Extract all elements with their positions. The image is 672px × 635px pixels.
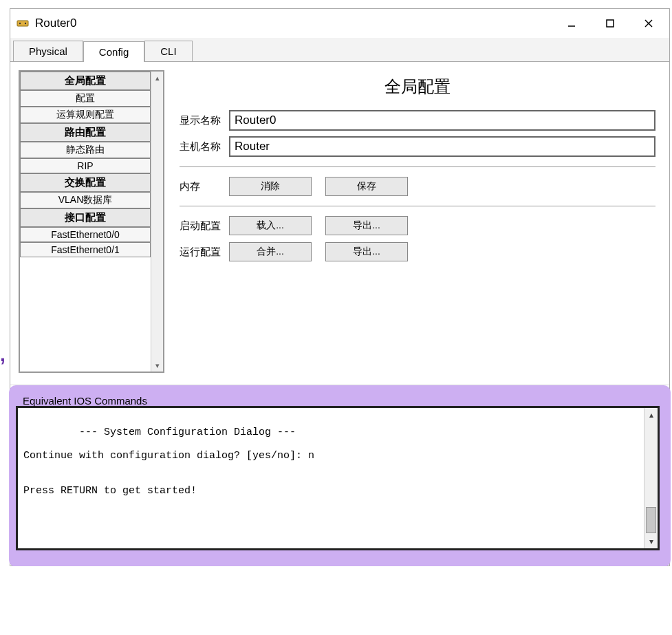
tab-physical[interactable]: Physical xyxy=(13,41,83,61)
scroll-down-icon[interactable]: ▾ xyxy=(151,359,163,372)
startup-load-button[interactable]: 载入... xyxy=(229,216,312,235)
window-title: Router0 xyxy=(35,17,561,30)
sidebar-item-settings[interactable]: 配置 xyxy=(20,90,151,107)
annotation-mark: , xyxy=(0,344,6,366)
titlebar: Router0 xyxy=(10,9,669,38)
running-label: 运行配置 xyxy=(180,246,229,259)
running-export-button[interactable]: 导出... xyxy=(325,242,408,261)
tab-config[interactable]: Config xyxy=(83,41,144,62)
main-panel: 全局配置 显示名称 主机名称 内存 消除 保存 启动配置 载入... 导出... xyxy=(174,70,661,268)
svg-point-1 xyxy=(19,23,21,24)
window-controls xyxy=(561,12,660,34)
scroll-up-icon[interactable]: ▴ xyxy=(644,408,658,422)
sidebar-item-fe00[interactable]: FastEthernet0/0 xyxy=(20,227,151,242)
scrollbar-thumb[interactable] xyxy=(646,507,656,533)
svg-point-2 xyxy=(25,23,26,24)
sidebar-header-global: 全局配置 xyxy=(20,72,151,90)
window: Router0 Physical Config CLI 全局配置 配置 运算规则… xyxy=(10,8,670,566)
memory-save-button[interactable]: 保存 xyxy=(325,177,408,196)
host-name-input[interactable] xyxy=(229,136,655,157)
ios-legend: Equivalent IOS Commands xyxy=(20,395,150,407)
divider xyxy=(180,166,655,167)
tabbar: Physical Config CLI xyxy=(10,38,669,62)
sidebar-item-static[interactable]: 静态路由 xyxy=(20,142,151,158)
ios-commands-box: --- System Configuration Dialog --- Cont… xyxy=(16,406,660,550)
sidebar-item-vlan[interactable]: VLAN数据库 xyxy=(20,192,151,208)
sidebar-header-switching: 交换配置 xyxy=(20,173,151,192)
sidebar-item-fe01[interactable]: FastEthernet0/1 xyxy=(20,242,151,257)
display-name-input[interactable] xyxy=(229,110,655,131)
ios-scrollbar[interactable]: ▴ ▾ xyxy=(644,408,658,548)
running-merge-button[interactable]: 合并... xyxy=(229,242,312,261)
sidebar-header-routing: 路由配置 xyxy=(20,123,151,142)
tab-cli[interactable]: CLI xyxy=(144,41,192,61)
highlighted-region: Equivalent IOS Commands --- System Confi… xyxy=(9,385,671,566)
svg-rect-4 xyxy=(607,20,614,27)
memory-label: 内存 xyxy=(180,180,229,193)
maximize-button[interactable] xyxy=(599,12,621,34)
panel-heading: 全局配置 xyxy=(180,76,655,98)
sidebar-scrollbar[interactable]: ▴ ▾ xyxy=(151,72,163,372)
svg-rect-0 xyxy=(17,21,28,26)
startup-export-button[interactable]: 导出... xyxy=(325,216,408,235)
close-button[interactable] xyxy=(638,12,660,34)
memory-clear-button[interactable]: 消除 xyxy=(229,177,312,196)
config-sidebar: 全局配置 配置 运算规则配置 路由配置 静态路由 RIP 交换配置 VLAN数据… xyxy=(19,70,164,373)
app-icon xyxy=(16,17,30,30)
minimize-button[interactable] xyxy=(561,12,583,34)
divider xyxy=(180,206,655,206)
scroll-up-icon[interactable]: ▴ xyxy=(151,72,163,84)
sidebar-list: 全局配置 配置 运算规则配置 路由配置 静态路由 RIP 交换配置 VLAN数据… xyxy=(20,72,151,372)
host-name-label: 主机名称 xyxy=(180,140,229,153)
sidebar-header-interface: 接口配置 xyxy=(20,208,151,227)
sidebar-item-algorithm[interactable]: 运算规则配置 xyxy=(20,107,151,123)
content-area: 全局配置 配置 运算规则配置 路由配置 静态路由 RIP 交换配置 VLAN数据… xyxy=(10,62,669,385)
startup-label: 启动配置 xyxy=(180,219,229,233)
ios-commands-output[interactable]: --- System Configuration Dialog --- Cont… xyxy=(18,408,644,548)
sidebar-item-rip[interactable]: RIP xyxy=(20,158,151,173)
display-name-label: 显示名称 xyxy=(180,114,229,127)
scroll-down-icon[interactable]: ▾ xyxy=(644,535,658,548)
